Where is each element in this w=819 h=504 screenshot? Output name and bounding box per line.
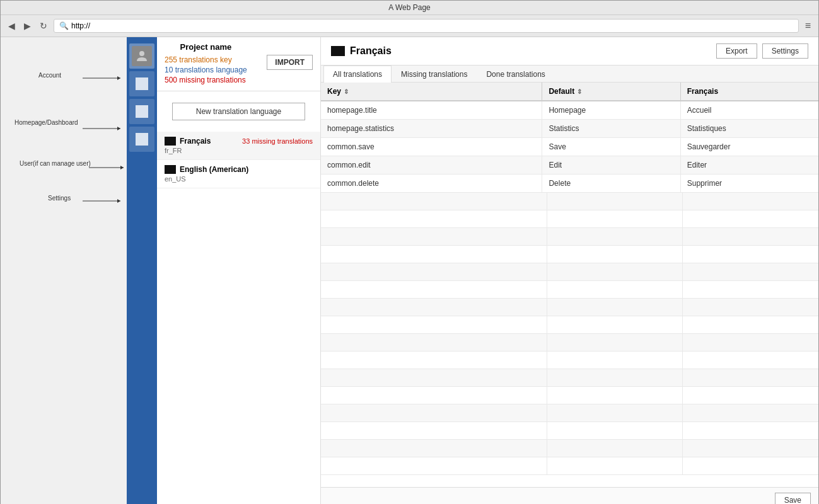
project-header: Project name 255 translations key 10 tra…	[157, 37, 320, 91]
sidebar-item-avatar[interactable]	[129, 43, 154, 69]
table-row[interactable]: common.edit Edit Editer	[321, 156, 818, 175]
empty-row	[321, 422, 818, 440]
table-header: Key ⇕ Default ⇕ Français	[321, 83, 818, 101]
table-row[interactable]: homepage.statistics Statistics Statistiq…	[321, 120, 818, 138]
empty-row	[321, 334, 818, 352]
empty-row	[321, 387, 818, 404]
empty-row	[321, 281, 818, 299]
sidebar-item-user[interactable]	[129, 99, 154, 124]
tab-all-translations[interactable]: All translations	[323, 66, 392, 83]
homepage-annotation: Homepage/Dashboard	[15, 119, 78, 126]
empty-row	[321, 263, 818, 281]
cell-key: common.delete	[321, 175, 542, 192]
cell-lang: Statistiques	[681, 120, 818, 137]
cell-key: homepage.statistics	[321, 120, 542, 137]
language-item-francais[interactable]: Français 33 missing translations fr_FR	[157, 132, 320, 160]
cell-lang: Editer	[681, 156, 818, 174]
sidebar	[127, 37, 157, 504]
table-body: homepage.title Homepage Accueil homepage…	[321, 101, 818, 487]
cell-lang: Sauvegarder	[681, 138, 818, 156]
dashboard-icon	[136, 77, 148, 90]
avatar	[132, 46, 152, 66]
url-bar[interactable]: 🔍	[54, 19, 799, 33]
main-lang-flag	[331, 46, 345, 56]
empty-row	[321, 228, 818, 246]
francais-missing: 33 missing translations	[242, 137, 313, 145]
url-input[interactable]	[71, 21, 793, 30]
english-code: en_US	[165, 175, 186, 183]
new-translation-language-button[interactable]: New translation language	[172, 103, 305, 120]
default-sort-icon[interactable]: ⇕	[577, 88, 582, 95]
key-sort-icon[interactable]: ⇕	[344, 88, 349, 95]
users-icon	[136, 105, 148, 118]
user-arrow	[89, 164, 130, 171]
user-icon	[134, 49, 149, 64]
import-area: IMPORT	[267, 42, 313, 70]
cell-key: homepage.title	[321, 101, 542, 119]
cell-default: Homepage	[542, 101, 680, 119]
stat-missing-translations: 500 missing translations	[165, 76, 247, 84]
svg-marker-5	[120, 166, 124, 169]
settings-arrow	[83, 198, 127, 204]
browser-titlebar: A Web Page	[1, 1, 818, 15]
main-content: Français Export Settings All translation…	[321, 37, 818, 504]
empty-row	[321, 352, 818, 369]
cell-default: Edit	[542, 156, 680, 174]
empty-row	[321, 210, 818, 228]
account-annotation: Account	[38, 72, 61, 79]
language-item-english[interactable]: English (American) en_US	[157, 160, 320, 188]
tab-done-translations[interactable]: Done translations	[477, 66, 554, 83]
empty-row	[321, 299, 818, 316]
english-name: English (American)	[180, 165, 248, 174]
table-row[interactable]: homepage.title Homepage Accueil	[321, 101, 818, 120]
empty-row	[321, 193, 818, 210]
sidebar-item-dashboard[interactable]	[129, 71, 154, 96]
tabs-row: All translations Missing translations Do…	[321, 66, 818, 83]
project-name: Project name	[165, 42, 247, 52]
sidebar-item-settings[interactable]	[129, 127, 154, 152]
settings-button[interactable]: Settings	[762, 43, 808, 59]
cell-lang: Accueil	[681, 101, 818, 119]
account-arrow	[83, 75, 127, 94]
app-container: Account Homepage/Dashboard User(if can m…	[1, 37, 818, 504]
nav-back-button[interactable]: ◀	[6, 20, 18, 32]
settings-icon	[136, 133, 148, 146]
empty-row	[321, 457, 818, 475]
table-row[interactable]: common.save Save Sauvegarder	[321, 138, 818, 156]
col-header-default: Default ⇕	[542, 83, 680, 100]
settings-annotation: Settings	[48, 195, 71, 202]
main-actions: Export Settings	[716, 43, 808, 59]
nav-refresh-button[interactable]: ↻	[37, 20, 50, 32]
cell-default: Save	[542, 138, 680, 156]
search-icon: 🔍	[59, 21, 69, 30]
main-header: Français Export Settings	[321, 37, 818, 66]
browser-title: A Web Page	[388, 3, 431, 12]
main-footer: Save	[321, 487, 818, 504]
empty-row	[321, 404, 818, 422]
empty-row	[321, 316, 818, 334]
table-row[interactable]: common.delete Delete Supprimer	[321, 175, 818, 193]
main-language-title: Français	[331, 45, 392, 57]
tab-missing-translations[interactable]: Missing translations	[392, 66, 477, 83]
main-language-name: Français	[350, 45, 392, 57]
project-panel: Project name 255 translations key 10 tra…	[157, 37, 321, 504]
browser-toolbar: ◀ ▶ ↻ 🔍 ≡	[1, 15, 818, 37]
translation-table: Key ⇕ Default ⇕ Français homepage.t	[321, 83, 818, 487]
empty-row	[321, 246, 818, 263]
save-button[interactable]: Save	[775, 493, 811, 504]
nav-forward-button[interactable]: ▶	[21, 20, 33, 32]
new-lang-area: New translation language	[157, 91, 320, 132]
user-annotation: User(if can manage user)	[20, 160, 91, 167]
cell-default: Statistics	[542, 120, 680, 137]
cell-lang: Supprimer	[681, 175, 818, 192]
stat-translations-key: 255 translations key	[165, 55, 247, 64]
homepage-arrow	[83, 125, 127, 132]
empty-row	[321, 369, 818, 387]
browser-menu-button[interactable]: ≡	[803, 19, 813, 33]
import-button[interactable]: IMPORT	[267, 55, 313, 70]
export-button[interactable]: Export	[716, 43, 757, 59]
cell-key: common.save	[321, 138, 542, 156]
cell-key: common.edit	[321, 156, 542, 174]
svg-point-8	[139, 51, 144, 56]
svg-marker-7	[117, 199, 120, 203]
